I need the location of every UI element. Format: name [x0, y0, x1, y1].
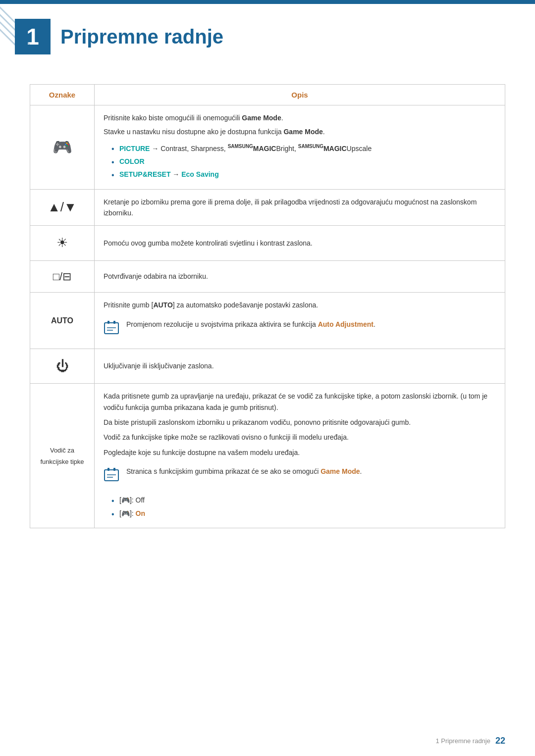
- picture-items: Contrast, Sharpness,: [160, 144, 227, 152]
- game-mode-line2: Stavke u nastavku nisu dostupne ako je d…: [104, 128, 283, 136]
- icon-cell-sun: ☀: [30, 226, 95, 261]
- svg-rect-9: [105, 470, 118, 481]
- col-header-oznake: Oznake: [30, 85, 95, 105]
- vodic-note-text: Stranica s funkcijskim gumbima prikazat …: [126, 466, 362, 477]
- vodic-game-mode: Game Mode: [321, 467, 360, 475]
- col-header-opis: Opis: [95, 85, 505, 105]
- vodic-on-item: [🎮]: On: [108, 508, 496, 519]
- table-row: AUTO Pritisnite gumb [AUTO] za automatsk…: [30, 293, 505, 349]
- note-icon-vodic: [104, 467, 121, 485]
- icon-cell-arrows: ▲/▼: [30, 189, 95, 226]
- power-icon: ⏻: [56, 358, 69, 373]
- vodic-note-box: Stranica s funkcijskim gumbima prikazat …: [104, 466, 496, 485]
- vodic-line3: Vodič za funkcijske tipke može se razlik…: [104, 432, 496, 443]
- list-item-picture: PICTURE → Contrast, Sharpness, SAMSUNGMA…: [108, 143, 496, 154]
- game-controller-icon: 🎮: [53, 138, 72, 156]
- picture-label: PICTURE: [119, 144, 150, 152]
- footer-page-number: 22: [495, 736, 505, 746]
- auto-note-box: Promjenom rezolucije u svojstvima prikaz…: [104, 319, 496, 338]
- desc-cell-game: Pritisnite kako biste omogućili ili onem…: [95, 105, 505, 190]
- table-row: ⏻ Uključivanje ili isključivanje zaslona…: [30, 349, 505, 384]
- icon-cell-game: 🎮: [30, 105, 95, 190]
- samsung-magic2: SAMSUNG: [298, 144, 323, 149]
- desc-cell-arrows: Kretanje po izborniku prema gore ili pre…: [95, 189, 505, 226]
- main-table: Oznake Opis 🎮 Pritisnite kako biste omog…: [30, 84, 505, 528]
- setup-label: SETUP&RESET: [119, 170, 170, 178]
- note-icon-auto: [104, 320, 121, 338]
- footer: 1 Pripremne radnje 22: [435, 736, 505, 746]
- vodic-off-icon: 🎮: [121, 496, 130, 504]
- table-row: Vodič za funkcijske tipke Kada pritisnet…: [30, 384, 505, 528]
- power-description: Uključivanje ili isključivanje zaslona.: [104, 362, 214, 370]
- vodic-list: [🎮]: Off [🎮]: On: [104, 493, 496, 521]
- color-label: COLOR: [119, 157, 145, 165]
- table-row: ▲/▼ Kretanje po izborniku prema gore ili…: [30, 189, 505, 226]
- vodic-line1: Kada pritisnete gumb za upravljanje na u…: [104, 391, 496, 413]
- desc-cell-sun: Pomoću ovog gumba možete kontrolirati sv…: [95, 226, 505, 261]
- svg-rect-5: [107, 321, 109, 324]
- game-mode-intro: Pritisnite kako biste omogućili ili onem…: [104, 114, 242, 122]
- vodic-line4: Pogledajte koje su funkcije dostupne na …: [104, 447, 496, 458]
- chapter-title: Pripremne radnje: [60, 26, 223, 48]
- auto-line1: Pritisnite gumb [AUTO] za automatsko pod…: [104, 300, 496, 310]
- vodic-on-icon: 🎮: [121, 509, 130, 517]
- vodic-on-text: On: [136, 509, 145, 517]
- desc-cell-auto: Pritisnite gumb [AUTO] za automatsko pod…: [95, 293, 505, 349]
- auto-label: AUTO: [51, 316, 73, 325]
- table-row: □/⊟ Potvrđivanje odabira na izborniku.: [30, 260, 505, 292]
- table-row: 🎮 Pritisnite kako biste omogućili ili on…: [30, 105, 505, 190]
- svg-rect-10: [107, 468, 109, 471]
- vodic-off-item: [🎮]: Off: [108, 495, 496, 505]
- icon-cell-vodic: Vodič za funkcijske tipke: [30, 384, 95, 528]
- chapter-header: 1 Pripremne radnje: [0, 4, 535, 64]
- icon-cell-auto: AUTO: [30, 293, 95, 349]
- arrows-description: Kretanje po izborniku prema gore ili pre…: [104, 198, 477, 217]
- brightness-sun-icon: ☀: [56, 235, 68, 250]
- game-mode-list: PICTURE → Contrast, Sharpness, SAMSUNGMA…: [104, 143, 496, 180]
- svg-rect-11: [113, 468, 115, 471]
- square-description: Potvrđivanje odabira na izborniku.: [104, 272, 208, 280]
- svg-rect-4: [105, 323, 118, 334]
- table-row: ☀ Pomoću ovog gumba možete kontrolirati …: [30, 226, 505, 261]
- magic-upscale: MAGIC: [323, 144, 347, 152]
- footer-chapter-text: 1 Pripremne radnje: [435, 737, 490, 745]
- confirm-square-icon: □/⊟: [53, 270, 71, 283]
- desc-cell-vodic: Kada pritisnete gumb za upravljanje na u…: [95, 384, 505, 528]
- bright-label: Bright: [276, 144, 294, 152]
- vodic-label: Vodič za funkcijske tipke: [40, 447, 84, 465]
- magic-bright: MAGIC: [253, 144, 276, 152]
- desc-cell-square: Potvrđivanje odabira na izborniku.: [95, 260, 505, 292]
- eco-saving: Eco Saving: [181, 170, 218, 178]
- auto-note-text: Promjenom rezolucije u svojstvima prikaz…: [126, 319, 375, 330]
- list-item-setup: SETUP&RESET → Eco Saving: [108, 169, 496, 180]
- icon-cell-power: ⏻: [30, 349, 95, 384]
- icon-cell-square: □/⊟: [30, 260, 95, 292]
- content-area: Oznake Opis 🎮 Pritisnite kako biste omog…: [0, 64, 535, 558]
- samsung-magic1: SAMSUNG: [228, 144, 253, 149]
- list-item-color: COLOR: [108, 156, 496, 167]
- upscale-label: Upscale: [347, 144, 372, 152]
- up-down-arrows-icon: ▲/▼: [48, 200, 77, 214]
- desc-cell-power: Uključivanje ili isključivanje zaslona.: [95, 349, 505, 384]
- top-bar: [0, 0, 535, 4]
- game-mode-term2: Game Mode: [283, 128, 322, 136]
- svg-rect-6: [113, 321, 115, 324]
- vodic-line2: Da biste pristupili zaslonskom izborniku…: [104, 417, 496, 428]
- sun-description: Pomoću ovog gumba možete kontrolirati sv…: [104, 239, 313, 247]
- game-mode-term1: Game Mode: [242, 114, 281, 122]
